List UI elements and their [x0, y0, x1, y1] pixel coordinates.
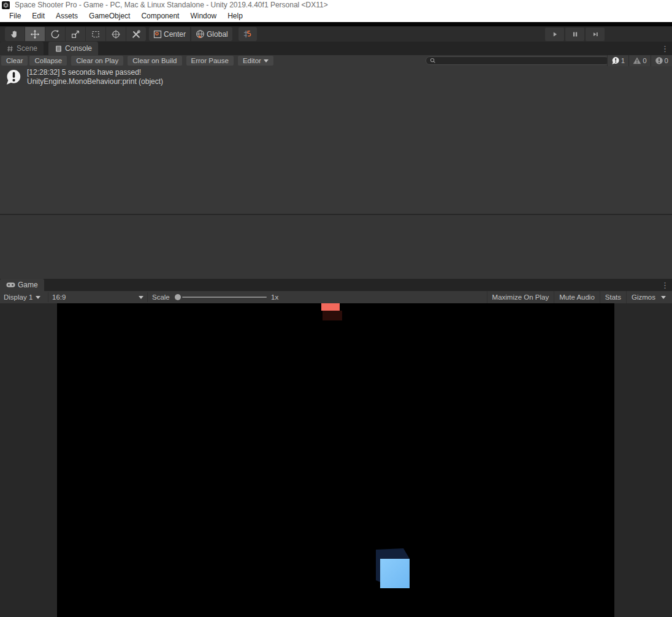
window-divider — [0, 22, 672, 26]
enemy-cube-shadow-face — [323, 311, 342, 320]
hand-icon — [10, 29, 20, 39]
console-lines-icon — [55, 45, 63, 53]
tab-scene-label: Scene — [17, 44, 37, 53]
tab-console[interactable]: Console — [48, 42, 98, 55]
play-icon — [551, 30, 559, 39]
log-stacktrace: UnityEngine.MonoBehaviour:print (object) — [27, 77, 163, 86]
move-tool-button[interactable] — [25, 27, 45, 41]
hand-tool-button[interactable] — [5, 27, 25, 41]
move-icon — [30, 29, 40, 39]
menu-component[interactable]: Component — [136, 10, 185, 22]
orientation-label: Global — [207, 30, 228, 39]
maximize-on-play-toggle[interactable]: Maximize On Play — [487, 291, 554, 303]
log-entry-row[interactable]: [12:28:32] 5 seconds have passed! UnityE… — [0, 67, 672, 87]
menu-assets[interactable]: Assets — [50, 10, 83, 22]
console-detail-pane — [0, 215, 672, 279]
search-icon — [429, 57, 437, 64]
scale-value: 1x — [267, 291, 282, 303]
transform-tool-group — [5, 27, 146, 41]
console-search-input[interactable] — [437, 57, 606, 64]
gizmos-dropdown[interactable]: Gizmos — [626, 291, 671, 303]
console-log-list: [12:28:32] 5 seconds have passed! UnityE… — [0, 66, 672, 214]
grid-snapping-button[interactable] — [239, 27, 257, 41]
gizmos-label: Gizmos — [632, 293, 655, 301]
game-tab-row: Game ⋮ — [0, 279, 672, 291]
play-button[interactable] — [545, 28, 564, 41]
wrench-icon — [131, 29, 141, 39]
info-bubble-icon — [5, 69, 22, 86]
globe-icon — [196, 29, 205, 39]
clear-on-play-button[interactable]: Clear on Play — [71, 56, 123, 66]
console-count-toggles: 1 0 0 — [607, 55, 672, 66]
log-message: [12:28:32] 5 seconds have passed! — [27, 68, 163, 77]
menu-gameobject[interactable]: GameObject — [83, 10, 136, 22]
error-pause-button[interactable]: Error Pause — [186, 56, 234, 66]
tab-scene[interactable]: Scene — [0, 42, 44, 55]
scale-tool-button[interactable] — [66, 27, 85, 41]
warning-triangle-icon — [633, 56, 641, 65]
console-search-box[interactable] — [426, 56, 609, 65]
menu-file[interactable]: File — [4, 10, 26, 22]
mute-audio-toggle[interactable]: Mute Audio — [554, 291, 600, 303]
editor-target-dropdown[interactable]: Editor — [238, 56, 273, 66]
pivot-label: Center — [164, 30, 186, 39]
step-icon — [591, 30, 600, 39]
step-button[interactable] — [586, 28, 605, 41]
clear-button[interactable]: Clear — [1, 56, 28, 66]
rotate-icon — [50, 29, 60, 39]
menu-edit[interactable]: Edit — [26, 10, 50, 22]
pause-button[interactable] — [565, 28, 584, 41]
aspect-ratio-dropdown[interactable]: 16:9 — [48, 291, 147, 303]
transform-tool-button[interactable] — [106, 27, 126, 41]
scale-label: Scale — [148, 291, 174, 303]
chevron-down-icon — [36, 296, 40, 299]
scene-grid-icon — [6, 45, 14, 53]
pivot-group: Center Global — [149, 27, 257, 41]
menu-bar: File Edit Assets GameObject Component Wi… — [0, 10, 672, 22]
scale-slider-track[interactable] — [182, 297, 267, 298]
chevron-down-icon — [264, 59, 269, 62]
warning-count-toggle[interactable]: 0 — [628, 55, 650, 66]
gamepad-icon — [6, 281, 15, 289]
menu-help[interactable]: Help — [222, 10, 248, 22]
enemy-cube-lit-face — [321, 303, 340, 311]
rotate-tool-button[interactable] — [45, 27, 65, 41]
info-count-toggle[interactable]: 1 — [607, 55, 628, 66]
console-toolbar: Clear Collapse Clear on Play Clear on Bu… — [0, 55, 672, 66]
unity-editor-window: Space Shooter Pro - Game - PC, Mac & Lin… — [0, 0, 672, 617]
scale-slider-thumb[interactable] — [175, 294, 181, 300]
pause-icon — [571, 30, 579, 39]
scale-icon — [71, 29, 80, 39]
orientation-toggle-button[interactable]: Global — [191, 27, 232, 41]
pivot-center-icon — [153, 30, 162, 39]
playmode-group — [545, 28, 605, 41]
error-count: 0 — [665, 57, 668, 64]
game-toolbar: Display 1 16:9 Scale 1x Maximize On Play… — [0, 291, 672, 303]
main-toolbar: Center Global — [0, 26, 672, 42]
game-pane-menu-icon[interactable]: ⋮ — [661, 279, 669, 291]
game-render-viewport[interactable] — [57, 303, 614, 617]
tab-console-label: Console — [65, 44, 92, 53]
warning-count: 0 — [643, 57, 646, 64]
window-title: Space Shooter Pro - Game - PC, Mac & Lin… — [15, 0, 328, 10]
menu-window[interactable]: Window — [185, 10, 222, 22]
pivot-toggle-button[interactable]: Center — [149, 27, 190, 41]
editor-dropdown-label: Editor — [243, 57, 261, 64]
chevron-down-icon — [661, 296, 666, 299]
game-view-area — [0, 303, 672, 617]
error-count-toggle[interactable]: 0 — [651, 55, 672, 66]
info-count: 1 — [621, 57, 625, 64]
console-pane-menu-icon[interactable]: ⋮ — [661, 42, 669, 55]
game-toolbar-right: Maximize On Play Mute Audio Stats Gizmos — [487, 291, 671, 303]
toolbar-divider — [147, 292, 148, 302]
unity-app-icon — [2, 1, 10, 9]
display-dropdown[interactable]: Display 1 — [0, 291, 44, 303]
custom-tools-button[interactable] — [126, 27, 146, 41]
tab-game-label: Game — [18, 281, 38, 289]
collapse-button[interactable]: Collapse — [29, 56, 67, 66]
tab-game[interactable]: Game — [0, 279, 44, 291]
stats-toggle[interactable]: Stats — [600, 291, 626, 303]
transform-icon — [111, 29, 121, 39]
rect-tool-button[interactable] — [86, 27, 105, 41]
clear-on-build-button[interactable]: Clear on Build — [128, 56, 181, 66]
